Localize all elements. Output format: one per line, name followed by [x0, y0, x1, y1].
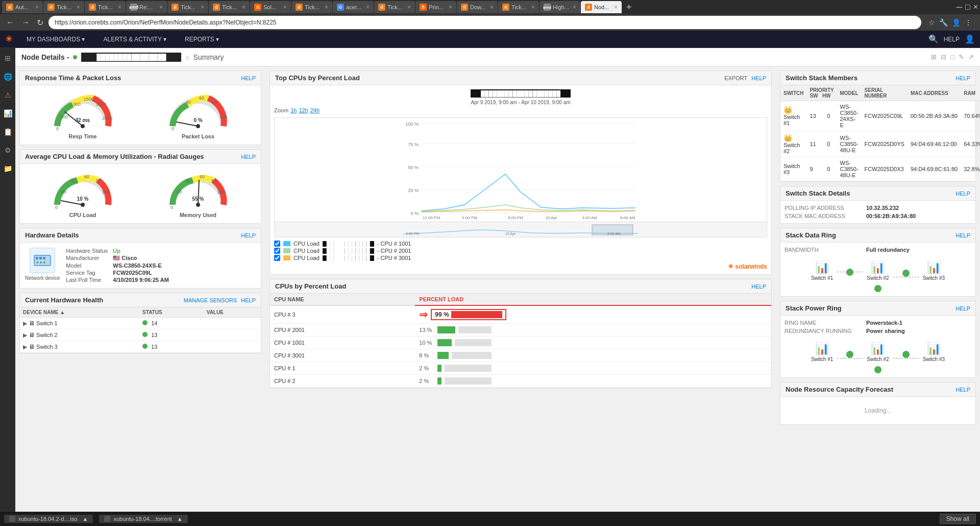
health-col-device[interactable]: DEVICE NAME ▲ [20, 307, 139, 318]
top-cpus-export[interactable]: EXPORT [724, 75, 747, 81]
sidebar-home-icon[interactable]: ⊞ [3, 52, 13, 64]
browser-tab-12[interactable]: d Dow... × [457, 1, 498, 13]
stack-data-ring-help[interactable]: HELP [955, 232, 970, 238]
browser-tab-3[interactable]: d Tick... × [85, 1, 126, 13]
tab-close-11[interactable]: × [449, 4, 452, 11]
browser-tab-5[interactable]: d Tick... × [167, 1, 208, 13]
cpu-memory-help[interactable]: HELP [241, 154, 256, 160]
hardware-details-help[interactable]: HELP [241, 232, 256, 238]
window-minimize-button[interactable]: ─ [957, 3, 962, 12]
zoom-12h[interactable]: 12h [299, 107, 308, 113]
browser-tab-15[interactable]: d Nod... × [581, 1, 622, 13]
node-resource-help[interactable]: HELP [955, 387, 970, 393]
health-col-status[interactable]: STATUS [139, 307, 204, 318]
taskbar-item-iso[interactable]: xubuntu-18.04.2-d....iso ▲ [4, 515, 93, 523]
nav-user-icon[interactable]: 👤 [965, 34, 975, 44]
stack-power-ring-help[interactable]: HELP [955, 305, 970, 312]
sidebar-logs-icon[interactable]: 📁 [2, 162, 14, 175]
ss-col-priority-sw[interactable]: PRIORITY SW HW [806, 85, 837, 101]
tab-close-8[interactable]: × [325, 4, 328, 11]
switch-stack-help[interactable]: HELP [955, 75, 970, 81]
ss-col-switch[interactable]: SWITCH [780, 85, 806, 101]
ss-col-serial[interactable]: SERIAL NUMBER [862, 85, 908, 101]
new-tab-button[interactable]: + [622, 2, 636, 13]
nav-reports[interactable]: REPORTS ▾ [181, 34, 223, 45]
taskbar-iso-chevron[interactable]: ▲ [83, 516, 88, 522]
expand-icon-3[interactable]: ▶ [23, 344, 27, 350]
browser-tab-14[interactable]: amd High... × [540, 1, 580, 13]
tab-close-12[interactable]: × [490, 4, 494, 11]
browser-tab-9[interactable]: G acer... × [333, 1, 374, 13]
switch-stack-details-help[interactable]: HELP [955, 190, 970, 197]
expand-icon-1[interactable]: ▶ [23, 320, 27, 326]
reload-button[interactable]: ↻ [35, 17, 45, 29]
browser-tab-7[interactable]: S Sol... × [250, 1, 291, 13]
tab-close-14[interactable]: × [573, 4, 576, 11]
sidebar-network-icon[interactable]: 🌐 [2, 70, 14, 83]
nav-search-icon[interactable]: 🔍 [928, 34, 939, 44]
browser-tab-13[interactable]: d Tick... × [498, 1, 539, 13]
health-col-value[interactable]: VALUE [204, 307, 261, 318]
taskbar-item-torrent[interactable]: xubuntu-18.04....torrent ▲ [99, 515, 187, 523]
nav-alerts[interactable]: ALERTS & ACTIVITY ▾ [99, 34, 170, 45]
extensions-icon[interactable]: 🔧 [939, 18, 948, 27]
bookmark-icon[interactable]: ☆ [928, 18, 935, 27]
tab-close-7[interactable]: × [283, 4, 287, 11]
show-all-button[interactable]: Show all [940, 514, 976, 524]
browser-tab-11[interactable]: S Prin... × [415, 1, 456, 13]
browser-tab-2[interactable]: d Tick... × [43, 1, 84, 13]
browser-tab-1[interactable]: d Aut... × [2, 1, 43, 13]
zoom-24h[interactable]: 24h [310, 107, 320, 113]
hardware-health-help[interactable]: HELP [241, 297, 256, 303]
sidebar-settings-icon[interactable]: ⚙ [3, 144, 13, 156]
header-icon-1[interactable]: ⊞ [931, 53, 937, 61]
expand-icon-2[interactable]: ▶ [23, 332, 27, 338]
legend-checkbox-2[interactable] [274, 248, 280, 254]
browser-tab-6[interactable]: d Tick... × [209, 1, 250, 13]
address-bar[interactable]: https://orion.corebts.com/Orion/NetPerfM… [48, 16, 921, 29]
zoom-1h[interactable]: 1h [290, 107, 297, 113]
header-icon-4[interactable]: ✎ [959, 53, 964, 61]
header-icon-5[interactable]: ↗ [968, 53, 974, 61]
tab-close-6[interactable]: × [242, 4, 246, 11]
legend-checkbox-3[interactable] [274, 255, 280, 261]
legend-checkbox-1[interactable] [274, 241, 280, 247]
cpus-by-load-help[interactable]: HELP [751, 283, 766, 290]
window-maximize-button[interactable]: □ [965, 3, 970, 12]
tab-close-4[interactable]: × [159, 4, 163, 11]
manage-sensors-link[interactable]: MANAGE SENSORS [184, 297, 237, 303]
nav-dashboards[interactable]: MY DASHBOARDS ▾ [22, 34, 89, 45]
ss-col-mac[interactable]: MAC ADDRESS [908, 85, 961, 101]
sidebar-alert-icon[interactable]: ⚠ [3, 89, 13, 101]
tab-close-10[interactable]: × [407, 4, 411, 11]
browser-tab-8[interactable]: d Tick... × [291, 1, 332, 13]
menu-icon[interactable]: ⋮ [965, 18, 972, 27]
tab-close-9[interactable]: × [366, 4, 370, 11]
forward-button[interactable]: → [19, 17, 32, 28]
browser-tab-4[interactable]: amd Re:... × [126, 1, 167, 13]
cpu-col-name[interactable]: CPU NAME [270, 294, 415, 305]
profile-icon[interactable]: 👤 [952, 18, 961, 27]
window-close-button[interactable]: × [973, 3, 978, 12]
taskbar-torrent-chevron[interactable]: ▲ [177, 516, 183, 522]
tab-close-15[interactable]: × [614, 4, 618, 11]
top-cpus-help[interactable]: HELP [751, 75, 766, 81]
nav-help-label[interactable]: HELP [944, 36, 960, 43]
response-time-help[interactable]: HELP [241, 75, 256, 81]
tab-close-2[interactable]: × [77, 4, 80, 11]
tab-close-5[interactable]: × [201, 4, 204, 11]
header-icon-2[interactable]: ⊟ [941, 53, 946, 61]
sidebar-reports-icon[interactable]: 📋 [2, 126, 14, 138]
ss-col-ram[interactable]: RAM [961, 85, 980, 101]
sidebar-nodes-icon[interactable]: 📊 [2, 107, 14, 119]
cpu-memory-header: Average CPU Load & Memory Utilization - … [20, 150, 261, 164]
tab-close-13[interactable]: × [531, 4, 535, 11]
chart-navigator[interactable]: 4:00 PM 10 Apr 8:00 AM [275, 222, 767, 237]
tab-close-1[interactable]: × [35, 4, 39, 11]
cpu-col-load[interactable]: PERCENT LOAD [415, 294, 771, 305]
tab-close-3[interactable]: × [118, 4, 121, 11]
browser-tab-10[interactable]: d Tick... × [374, 1, 415, 13]
ss-col-model[interactable]: MODEL [837, 85, 862, 101]
header-icon-3[interactable]: □ [950, 53, 954, 61]
back-button[interactable]: ← [4, 17, 16, 28]
